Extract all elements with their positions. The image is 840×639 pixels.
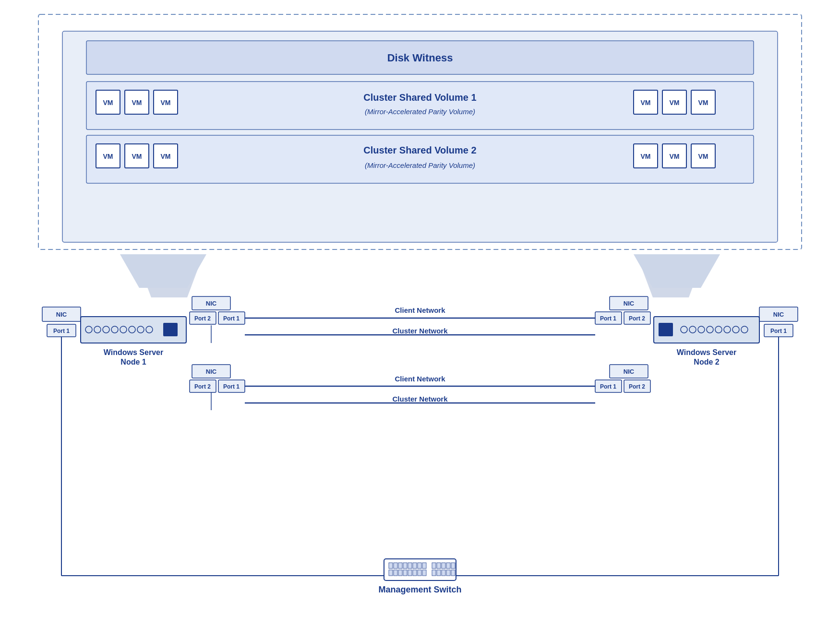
svg-text:NIC: NIC	[773, 311, 784, 318]
svg-text:Port 1: Port 1	[53, 328, 70, 334]
svg-text:VM: VM	[698, 153, 708, 160]
csv2-title: Cluster Shared Volume 2	[363, 145, 476, 155]
svg-point-21	[146, 326, 153, 333]
svg-text:Port 1: Port 1	[600, 383, 616, 390]
cluster-box	[62, 31, 778, 242]
node2-port1-box	[764, 324, 793, 337]
vm-box	[662, 90, 686, 114]
svg-rect-78	[437, 570, 441, 576]
svg-text:NIC: NIC	[206, 300, 217, 307]
svg-rect-79	[442, 570, 445, 576]
svg-rect-52	[624, 380, 650, 392]
svg-point-20	[137, 326, 144, 333]
csv1-box	[86, 82, 754, 130]
svg-text:VM: VM	[641, 153, 651, 160]
svg-point-19	[129, 326, 135, 333]
svg-rect-66	[398, 570, 402, 576]
svg-rect-35	[659, 323, 673, 336]
svg-rect-22	[163, 323, 178, 336]
svg-rect-61	[413, 563, 417, 568]
svg-point-17	[111, 326, 118, 333]
svg-rect-74	[442, 563, 445, 568]
svg-point-41	[724, 326, 731, 333]
main-diagram-svg: Disk Witness VM VM VM Cluster Shared Vol…	[0, 0, 840, 639]
svg-rect-80	[446, 570, 450, 576]
vm-box	[691, 90, 715, 114]
svg-text:VM: VM	[132, 153, 142, 160]
svg-rect-56	[389, 563, 393, 568]
svg-rect-58	[398, 563, 402, 568]
svg-text:VM: VM	[103, 99, 113, 106]
svg-point-39	[707, 326, 713, 333]
svg-rect-50	[595, 380, 622, 392]
svg-rect-59	[403, 563, 407, 568]
node1-nic1-label-box	[42, 307, 81, 321]
node1-server-body	[81, 317, 186, 343]
svg-text:VM: VM	[698, 99, 708, 106]
svg-point-37	[689, 326, 696, 333]
node2-title-line2: Node 2	[694, 358, 719, 366]
csv1-title: Cluster Shared Volume 1	[363, 92, 476, 103]
vm-box	[125, 90, 149, 114]
svg-point-40	[715, 326, 722, 333]
svg-rect-72	[432, 563, 436, 568]
svg-rect-31	[218, 380, 245, 392]
node1-nic2-label	[192, 296, 230, 310]
svg-point-43	[741, 326, 748, 333]
switch-ports-right	[432, 563, 455, 576]
vm-box	[154, 90, 178, 114]
svg-text:Port 1: Port 1	[223, 383, 240, 390]
management-switch-label: Management Switch	[378, 585, 461, 594]
node2-drive-pattern	[659, 323, 748, 336]
vm-box	[96, 90, 120, 114]
left-arrow	[137, 259, 202, 297]
vm-box	[634, 144, 658, 168]
svg-text:Port 2: Port 2	[194, 383, 211, 390]
svg-text:NIC: NIC	[56, 311, 67, 318]
svg-point-36	[681, 326, 687, 333]
svg-text:Port 2: Port 2	[629, 383, 645, 390]
vm-box	[691, 144, 715, 168]
svg-text:NIC: NIC	[206, 368, 217, 375]
vm-box	[634, 90, 658, 114]
svg-text:VM: VM	[132, 99, 142, 106]
svg-rect-64	[389, 570, 393, 576]
csv2-box	[86, 135, 754, 183]
svg-text:Port 1: Port 1	[600, 315, 616, 322]
node2-title-line1: Windows Server	[677, 348, 736, 356]
svg-rect-65	[394, 570, 397, 576]
node1-title-line1: Windows Server	[104, 348, 163, 356]
svg-rect-63	[422, 563, 426, 568]
svg-text:Port 2: Port 2	[194, 315, 211, 322]
svg-rect-57	[394, 563, 397, 568]
svg-rect-71	[422, 570, 426, 576]
node1-port1-box	[47, 324, 76, 337]
svg-point-16	[103, 326, 109, 333]
svg-text:VM: VM	[670, 153, 680, 160]
svg-rect-75	[446, 563, 450, 568]
node1-drive-pattern	[85, 323, 178, 336]
svg-rect-68	[408, 570, 412, 576]
svg-rect-77	[432, 570, 436, 576]
node1-title-line2: Node 1	[120, 358, 146, 366]
node2-nic2-label	[610, 296, 648, 310]
csv2-subtitle: (Mirror-Accelerated Parity Volume)	[365, 161, 475, 169]
svg-rect-76	[451, 563, 455, 568]
cluster-network-2-label: Cluster Network	[392, 395, 448, 403]
vm-box	[154, 144, 178, 168]
svg-text:NIC: NIC	[624, 300, 635, 307]
switch-ports-left	[389, 563, 426, 576]
svg-text:VM: VM	[641, 99, 651, 106]
svg-text:VM: VM	[103, 153, 113, 160]
cluster-network-1-label: Cluster Network	[392, 327, 448, 335]
svg-text:Port 1: Port 1	[770, 328, 787, 334]
outer-dashed-box	[38, 14, 802, 249]
node1-nic3-label	[192, 365, 230, 378]
svg-point-14	[85, 326, 92, 333]
node2-server-body	[654, 317, 759, 343]
disk-witness-box	[86, 41, 754, 74]
svg-rect-67	[403, 570, 407, 576]
node2-nic3-label	[610, 365, 648, 378]
diagram-container: Disk Witness VM VM VM Cluster Shared Vol…	[0, 0, 840, 639]
vm-box	[96, 144, 120, 168]
